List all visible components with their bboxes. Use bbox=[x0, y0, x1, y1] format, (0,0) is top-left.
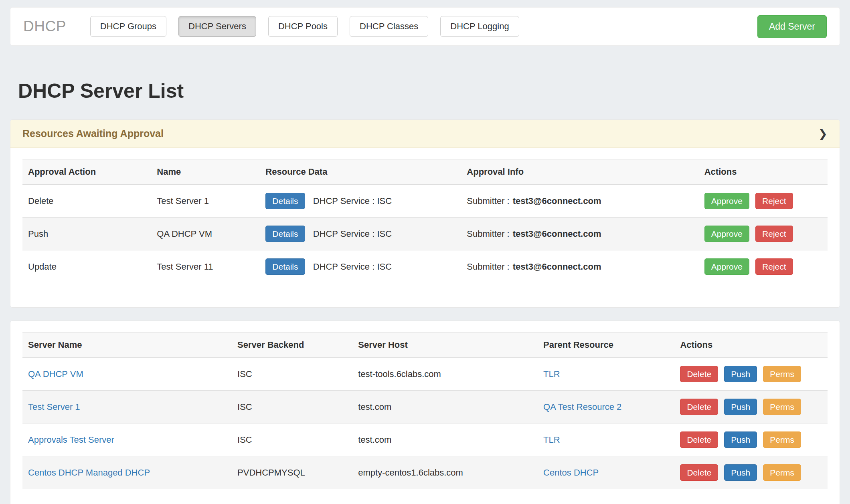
approval-resource-cell: Details DHCP Service : ISC bbox=[260, 218, 461, 250]
server-name-cell: Centos DHCP Managed DHCP bbox=[22, 456, 232, 489]
server-name-cell: QA DHCP VM bbox=[22, 358, 232, 391]
column-header-parent-resource: Parent Resource bbox=[538, 333, 674, 358]
app-brand: DHCP bbox=[23, 18, 66, 35]
approval-info-cell: Submitter :test3@6connect.com bbox=[461, 218, 698, 250]
approval-name-cell: QA DHCP VM bbox=[151, 218, 260, 250]
approval-row: Update Test Server 11 Details DHCP Servi… bbox=[22, 250, 828, 283]
reject-button[interactable]: Reject bbox=[755, 226, 793, 242]
top-navbar: DHCP DHCP Groups DHCP Servers DHCP Pools… bbox=[10, 7, 840, 46]
parent-resource-link[interactable]: TLR bbox=[543, 369, 560, 379]
parent-resource-link[interactable]: TLR bbox=[543, 435, 560, 445]
submitter-label: Submitter : bbox=[467, 196, 509, 206]
server-backend-cell: ISC bbox=[232, 423, 352, 456]
submitter-email: test3@6connect.com bbox=[513, 262, 601, 272]
server-host-cell: test.com bbox=[352, 423, 538, 456]
server-actions-cell: Delete Push Perms bbox=[674, 423, 828, 456]
tab-dhcp-servers[interactable]: DHCP Servers bbox=[178, 16, 256, 37]
server-backend-cell: ISC bbox=[232, 391, 352, 423]
tab-dhcp-groups[interactable]: DHCP Groups bbox=[90, 16, 166, 37]
approval-actions-cell: Approve Reject bbox=[699, 250, 828, 283]
resource-data-text: DHCP Service : ISC bbox=[313, 262, 392, 272]
server-name-cell: Test Server 1 bbox=[22, 391, 232, 423]
tab-dhcp-logging[interactable]: DHCP Logging bbox=[440, 16, 519, 37]
column-header-name: Name bbox=[151, 159, 260, 185]
server-panel-body: Server Name Server Backend Server Host P… bbox=[10, 321, 840, 504]
approval-resource-cell: Details DHCP Service : ISC bbox=[260, 250, 461, 283]
server-row: Centos DHCP Managed DHCP PVDHCPMYSQL emp… bbox=[22, 456, 828, 489]
delete-button[interactable]: Delete bbox=[680, 399, 718, 415]
approval-row: Push QA DHCP VM Details DHCP Service : I… bbox=[22, 218, 828, 250]
reject-button[interactable]: Reject bbox=[755, 258, 793, 275]
server-list-panel: Server Name Server Backend Server Host P… bbox=[10, 321, 840, 504]
server-row: Approvals Test Server ISC test.com TLR D… bbox=[22, 423, 828, 456]
server-actions-cell: Delete Push Perms bbox=[674, 358, 828, 391]
parent-resource-cell: TLR bbox=[538, 358, 674, 391]
resource-data-text: DHCP Service : ISC bbox=[313, 229, 392, 239]
server-name-link[interactable]: Approvals Test Server bbox=[28, 435, 114, 445]
server-table: Server Name Server Backend Server Host P… bbox=[22, 332, 828, 489]
tab-dhcp-pools[interactable]: DHCP Pools bbox=[268, 16, 338, 37]
server-row: Test Server 1 ISC test.com QA Test Resou… bbox=[22, 391, 828, 423]
delete-button[interactable]: Delete bbox=[680, 366, 718, 382]
push-button[interactable]: Push bbox=[724, 431, 757, 448]
server-actions-cell: Delete Push Perms bbox=[674, 456, 828, 489]
approve-button[interactable]: Approve bbox=[704, 226, 749, 242]
column-header-actions: Actions bbox=[674, 333, 828, 358]
approval-action-cell: Delete bbox=[22, 185, 151, 218]
perms-button[interactable]: Perms bbox=[763, 366, 801, 382]
delete-button[interactable]: Delete bbox=[680, 431, 718, 448]
server-backend-cell: PVDHCPMYSQL bbox=[232, 456, 352, 489]
approval-info-cell: Submitter :test3@6connect.com bbox=[461, 185, 698, 218]
approval-actions-cell: Approve Reject bbox=[699, 218, 828, 250]
approval-panel: Resources Awaiting Approval ❯ Approval A… bbox=[10, 119, 840, 308]
submitter-label: Submitter : bbox=[467, 229, 509, 239]
perms-button[interactable]: Perms bbox=[763, 399, 801, 415]
server-host-cell: test-tools.6clabs.com bbox=[352, 358, 538, 391]
perms-button[interactable]: Perms bbox=[763, 464, 801, 481]
approval-header-row: Approval Action Name Resource Data Appro… bbox=[22, 159, 828, 185]
push-button[interactable]: Push bbox=[724, 464, 757, 481]
approval-panel-heading[interactable]: Resources Awaiting Approval ❯ bbox=[10, 120, 840, 148]
approval-resource-cell: Details DHCP Service : ISC bbox=[260, 185, 461, 218]
chevron-right-icon[interactable]: ❯ bbox=[818, 128, 828, 139]
delete-button[interactable]: Delete bbox=[680, 464, 718, 481]
parent-resource-cell: TLR bbox=[538, 423, 674, 456]
approval-panel-title: Resources Awaiting Approval bbox=[22, 128, 164, 139]
parent-resource-link[interactable]: Centos DHCP bbox=[543, 468, 599, 478]
server-name-link[interactable]: Centos DHCP Managed DHCP bbox=[28, 468, 150, 478]
submitter-label: Submitter : bbox=[467, 262, 509, 272]
approval-name-cell: Test Server 11 bbox=[151, 250, 260, 283]
column-header-approval-action: Approval Action bbox=[22, 159, 151, 185]
perms-button[interactable]: Perms bbox=[763, 431, 801, 448]
server-name-link[interactable]: Test Server 1 bbox=[28, 402, 80, 412]
approval-action-cell: Update bbox=[22, 250, 151, 283]
column-header-server-backend: Server Backend bbox=[232, 333, 352, 358]
approve-button[interactable]: Approve bbox=[704, 193, 749, 209]
add-server-button[interactable]: Add Server bbox=[757, 15, 827, 38]
server-name-link[interactable]: QA DHCP VM bbox=[28, 369, 83, 379]
submitter-email: test3@6connect.com bbox=[513, 196, 601, 206]
tab-dhcp-classes[interactable]: DHCP Classes bbox=[350, 16, 428, 37]
details-button[interactable]: Details bbox=[265, 258, 305, 275]
reject-button[interactable]: Reject bbox=[755, 193, 793, 209]
parent-resource-link[interactable]: QA Test Resource 2 bbox=[543, 402, 621, 412]
push-button[interactable]: Push bbox=[724, 399, 757, 415]
server-actions-cell: Delete Push Perms bbox=[674, 391, 828, 423]
server-header-row: Server Name Server Backend Server Host P… bbox=[22, 333, 828, 358]
column-header-resource-data: Resource Data bbox=[260, 159, 461, 185]
server-host-cell: test.com bbox=[352, 391, 538, 423]
push-button[interactable]: Push bbox=[724, 366, 757, 382]
details-button[interactable]: Details bbox=[265, 193, 305, 209]
column-header-actions: Actions bbox=[699, 159, 828, 185]
details-button[interactable]: Details bbox=[265, 226, 305, 242]
column-header-server-name: Server Name bbox=[22, 333, 232, 358]
approval-panel-body: Approval Action Name Resource Data Appro… bbox=[10, 148, 840, 307]
resource-data-text: DHCP Service : ISC bbox=[313, 196, 392, 206]
server-backend-cell: ISC bbox=[232, 358, 352, 391]
parent-resource-cell: Centos DHCP bbox=[538, 456, 674, 489]
approval-info-cell: Submitter :test3@6connect.com bbox=[461, 250, 698, 283]
approval-table: Approval Action Name Resource Data Appro… bbox=[22, 159, 828, 283]
page-title: DHCP Server List bbox=[10, 79, 840, 103]
approve-button[interactable]: Approve bbox=[704, 258, 749, 275]
column-header-approval-info: Approval Info bbox=[461, 159, 698, 185]
